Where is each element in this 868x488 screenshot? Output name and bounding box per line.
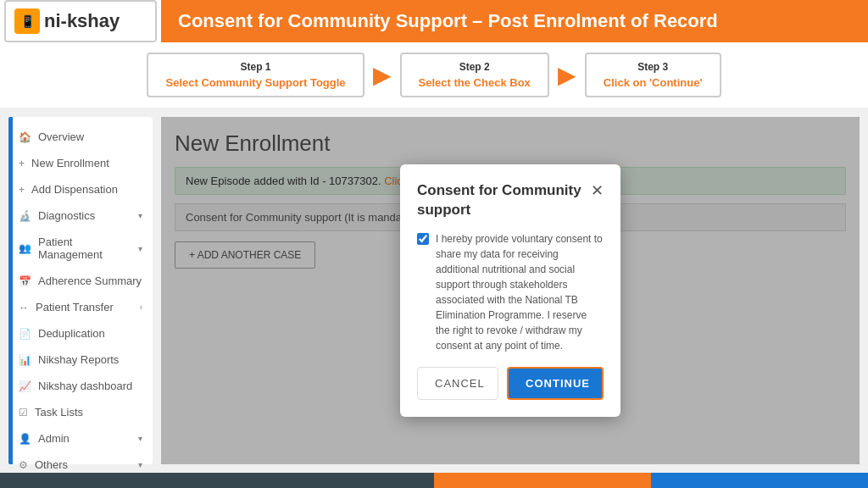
main-area: 🏠 Overview + New Enrollment + Add Dispen… [0,108,868,473]
header: 📱 ni-kshay Consent for Community Support… [0,0,868,42]
sidebar-item-label: Deduplication [38,327,105,340]
sidebar-item-deduplication[interactable]: 📄 Deduplication [8,320,153,347]
step-arrow-1: ▶ [373,61,392,89]
sidebar-item-others[interactable]: ⚙ Others ▾ [8,452,153,478]
step-2-content: Select the Check Box [419,76,531,89]
header-title: Consent for Community Support – Post Enr… [161,0,868,42]
sidebar-item-patient-management[interactable]: 👥 Patient Management ▾ [8,229,153,268]
step-2-label: Step 2 [419,61,531,73]
logo-icon: 📱 [14,8,40,34]
diagnostics-icon: 🔬 [19,210,31,222]
sidebar-item-label: Diagnostics [38,209,95,222]
sidebar-item-label: Admin [38,432,70,445]
sidebar-item-adherence-summary[interactable]: 📅 Adherence Summary [8,268,153,294]
chevron-down-icon: ▾ [138,244,142,253]
modal-footer: CANCEL CONTINUE [417,367,604,400]
step-arrow-2: ▶ [558,61,576,89]
dashboard-icon: 📈 [19,380,31,392]
new-enrollment-icon: + [19,158,25,169]
sidebar-item-label: Others [35,458,68,471]
reports-icon: 📊 [19,354,31,366]
steps-area: Step 1 Select Community Support Toggle ▶… [0,42,868,108]
step-1-label: Step 1 [165,61,345,73]
admin-icon: 👤 [19,433,31,445]
sidebar-item-label: Nikshay Reports [38,353,119,366]
chevron-left-icon: ‹ [140,302,142,312]
sidebar-item-patient-transfer[interactable]: ↔ Patient Transfer ‹ [8,294,153,320]
bottom-seg-blue [651,473,868,488]
modal-overlay: Consent for Community support ✕ I hereby… [161,117,860,464]
step-3-content: Click on 'Continue' [604,76,703,89]
consent-modal: Consent for Community support ✕ I hereby… [400,164,620,416]
step-3-box: Step 3 Click on 'Continue' [585,53,721,97]
sidebar-item-label: Patient Transfer [36,301,114,313]
sidebar-item-new-enrollment[interactable]: + New Enrollment [8,150,153,176]
sidebar-item-label: New Enrollment [31,157,109,169]
modal-title: Consent for Community support [417,181,591,219]
bottom-seg-orange [434,473,651,488]
sidebar-item-label: Add Dispensation [31,183,118,196]
logo-text: ni-kshay [44,10,120,32]
adherence-icon: 📅 [19,275,31,287]
sidebar-item-label: Task Lists [35,406,83,419]
transfer-icon: ↔ [19,302,29,313]
sidebar-item-nikshay-reports[interactable]: 📊 Nikshay Reports [8,347,153,373]
sidebar-item-diagnostics[interactable]: 🔬 Diagnostics ▾ [8,202,153,229]
overview-icon: 🏠 [19,131,31,143]
chevron-down-icon: ▾ [138,460,142,469]
chevron-down-icon: ▾ [138,211,142,220]
sidebar-item-label: Patient Management [38,236,131,261]
cancel-button[interactable]: CANCEL [417,367,498,400]
sidebar-item-label: Adherence Summary [38,274,142,287]
sidebar-item-overview[interactable]: 🏠 Overview [8,124,153,150]
step-2-box: Step 2 Select the Check Box [400,53,549,97]
sidebar-item-task-lists[interactable]: ☑ Task Lists [8,399,153,425]
sidebar-item-label: Overview [38,130,84,143]
sidebar-item-add-dispensation[interactable]: + Add Dispensation [8,176,153,202]
others-icon: ⚙ [19,459,28,471]
add-dispensation-icon: + [19,184,25,196]
modal-body: I hereby provide voluntary consent to sh… [417,231,604,353]
sidebar-item-nikshay-dashboard[interactable]: 📈 Nikshay dashboard [8,373,153,399]
logo: 📱 ni-kshay [4,0,157,42]
modal-close-button[interactable]: ✕ [591,181,604,200]
sidebar-blue-bar [8,117,13,464]
patient-management-icon: 👥 [19,242,31,254]
tasklist-icon: ☑ [19,407,28,419]
content-area: New Enrollment New Episode added with Id… [161,117,860,464]
step-1-box: Step 1 Select Community Support Toggle [147,53,364,97]
consent-checkbox[interactable] [417,233,429,245]
step-3-label: Step 3 [604,61,703,73]
sidebar-item-label: Nikshay dashboard [38,380,132,392]
sidebar: 🏠 Overview + New Enrollment + Add Dispen… [8,117,153,464]
continue-button[interactable]: CONTINUE [507,367,604,400]
dedup-icon: 📄 [19,328,31,340]
step-1-content: Select Community Support Toggle [165,76,345,89]
consent-text: I hereby provide voluntary consent to sh… [436,231,604,353]
modal-header: Consent for Community support ✕ [417,181,604,219]
sidebar-item-admin[interactable]: 👤 Admin ▾ [8,425,153,452]
chevron-down-icon: ▾ [138,434,142,443]
